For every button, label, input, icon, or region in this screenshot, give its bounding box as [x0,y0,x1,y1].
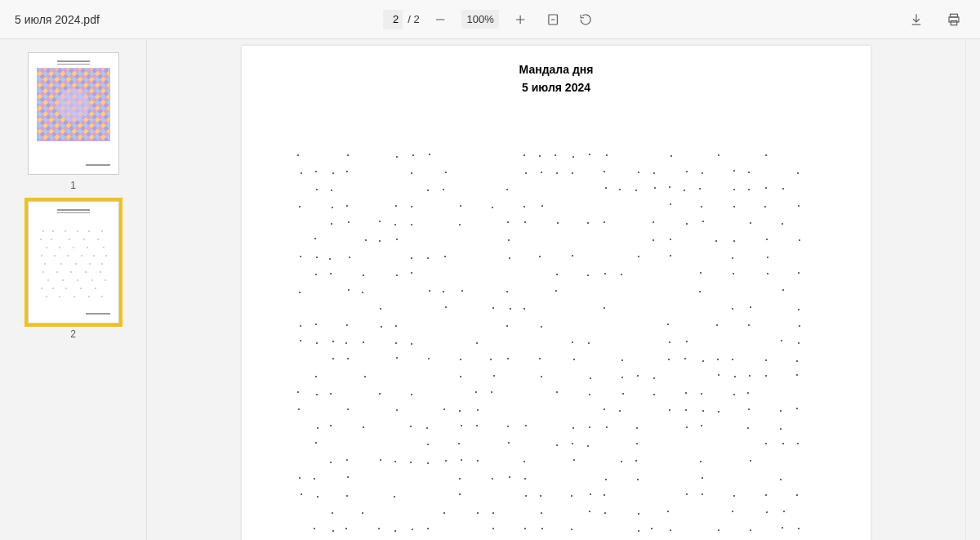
document-title: Мандала дня [274,60,838,78]
svg-point-54 [65,288,67,289]
print-button[interactable] [942,8,965,31]
mandala-icon [37,68,110,141]
svg-point-35 [93,255,95,257]
svg-point-40 [89,263,91,265]
svg-point-52 [41,288,42,289]
page-viewer[interactable]: Мандала дня 5 июля 2024 [147,39,965,540]
main-area: 1 [0,39,980,540]
svg-point-21 [40,239,42,240]
download-button[interactable] [905,8,928,31]
svg-point-43 [56,271,58,273]
mandala-dot-pattern [299,154,813,540]
svg-point-44 [70,271,72,273]
document-filename: 5 июля 2024.pdf [15,13,100,26]
current-page-input[interactable] [383,10,403,29]
svg-point-29 [87,247,88,248]
svg-point-36 [105,255,107,257]
page-total: / 2 [408,13,419,25]
fit-page-button[interactable] [541,8,564,31]
svg-point-61 [101,296,103,297]
scrollbar-gutter [965,39,980,540]
svg-point-56 [95,288,96,289]
svg-point-33 [67,255,69,257]
svg-point-34 [81,255,82,257]
dots-icon [37,226,110,308]
svg-point-49 [77,279,78,281]
pdf-toolbar: 5 июля 2024.pdf / 2 100% [0,0,980,39]
svg-point-25 [97,239,99,240]
svg-point-19 [88,230,90,232]
toolbar-left: 5 июля 2024.pdf [15,13,100,26]
svg-point-42 [42,271,44,273]
svg-point-22 [51,239,52,240]
svg-point-59 [74,296,75,297]
thumbnail-2[interactable]: 2 [28,201,119,340]
svg-point-53 [52,288,54,289]
svg-point-38 [60,263,62,265]
svg-point-45 [85,271,87,273]
thumbnail-2-preview[interactable] [28,201,119,324]
svg-point-55 [80,288,82,289]
zoom-out-button[interactable] [430,8,452,31]
thumb-footer-line [86,313,110,315]
svg-point-23 [69,239,70,240]
thumbnail-1-preview[interactable] [28,52,119,175]
svg-point-51 [105,279,106,281]
page-indicator: / 2 [383,10,419,29]
svg-point-41 [101,263,103,265]
svg-point-37 [44,263,46,265]
thumbnail-1-label: 1 [70,180,76,191]
thumbnail-2-label: 2 [70,328,76,340]
svg-point-17 [65,230,66,232]
svg-point-24 [83,239,85,240]
svg-point-57 [46,296,47,297]
svg-point-39 [75,263,77,265]
thumb-header-lines [57,59,90,66]
svg-point-32 [54,255,56,257]
thumbnail-sidebar[interactable]: 1 [0,39,147,540]
rotate-button[interactable] [574,8,597,31]
svg-point-26 [46,247,47,248]
svg-point-50 [91,279,93,281]
svg-point-18 [77,230,78,232]
thumb-footer-line [86,164,110,166]
svg-point-27 [59,247,60,248]
toolbar-middle: / 2 100% [383,8,597,31]
svg-point-58 [59,296,60,297]
svg-point-46 [100,271,101,273]
svg-point-31 [41,255,42,257]
pdf-page-2: Мандала дня 5 июля 2024 [242,46,871,540]
thumbnail-1[interactable]: 1 [28,52,119,191]
svg-point-14 [57,88,90,121]
toolbar-right [905,8,965,31]
svg-point-60 [88,296,90,297]
svg-point-30 [103,247,105,248]
svg-point-48 [62,279,64,281]
document-date: 5 июля 2024 [274,78,838,96]
svg-rect-7 [951,20,957,25]
svg-point-15 [42,230,44,232]
svg-point-16 [52,230,54,232]
zoom-in-button[interactable] [509,8,532,31]
page-header: Мандала дня 5 июля 2024 [274,60,838,97]
svg-point-47 [47,279,49,281]
svg-point-28 [73,247,74,248]
zoom-level-display[interactable]: 100% [462,10,499,29]
svg-point-20 [101,230,103,232]
thumb-header-lines [57,208,90,215]
